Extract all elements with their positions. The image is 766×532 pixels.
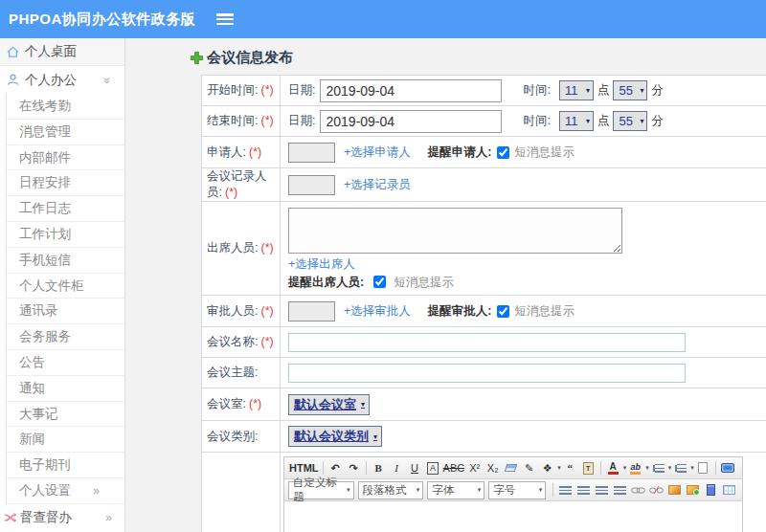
new-page-button[interactable]	[695, 459, 711, 477]
highlight-color-button[interactable]: ab	[627, 459, 643, 477]
justify-button[interactable]	[612, 481, 628, 499]
superscript-button[interactable]: X²	[466, 459, 483, 477]
start-date-input[interactable]	[320, 79, 502, 102]
meeting-form: 开始时间:(*) 日期: 时间: 11▾ 点 55▾ 分 结束时间:(*) 日期…	[201, 75, 766, 532]
upload-image-button[interactable]	[685, 481, 701, 499]
insert-image-button[interactable]	[666, 481, 683, 499]
approver-input[interactable]	[288, 301, 335, 321]
dropdown-arrow-icon[interactable]: ▾	[690, 464, 694, 472]
meeting-category-select[interactable]: 默认会议类别▾	[288, 426, 382, 447]
sidebar-item-personal-settings[interactable]: 个人设置 »	[7, 478, 124, 504]
dropdown-arrow-icon: ▾	[373, 432, 377, 441]
paste-text-button[interactable]: T	[580, 459, 597, 477]
strikethrough-button[interactable]: ABC	[443, 459, 465, 477]
sidebar-item-conference-services[interactable]: 会务服务	[7, 324, 124, 350]
attendees-textarea[interactable]	[288, 208, 622, 254]
align-right-icon	[596, 486, 608, 495]
align-center-button[interactable]	[575, 481, 592, 499]
pick-applicant-link[interactable]: +选择申请人	[344, 144, 411, 161]
sidebar-item-label: 个人桌面	[25, 43, 77, 60]
approver-sms-checkbox[interactable]	[497, 305, 509, 318]
image-add-icon	[687, 485, 699, 495]
remove-format-button[interactable]	[503, 459, 519, 477]
html-source-button[interactable]: HTML	[289, 459, 319, 477]
meeting-name-input[interactable]	[288, 333, 686, 352]
font-family-select[interactable]: 字体▾	[427, 481, 484, 499]
unlink-button[interactable]	[648, 481, 665, 499]
pick-recorder-link[interactable]: +选择记录员	[344, 177, 411, 193]
dropdown-arrow-icon[interactable]: ▾	[557, 464, 561, 472]
sidebar-item-events[interactable]: 大事记	[7, 402, 124, 428]
meeting-subject-label: 会议主题:	[207, 366, 258, 379]
align-left-button[interactable]	[557, 481, 574, 499]
row-attendees: 出席人员:(*) +选择出席人 提醒出席人员: 短消息提示	[202, 202, 766, 296]
paint-format-button[interactable]: ❖	[539, 459, 555, 477]
format-painter-button[interactable]: ✎	[521, 459, 537, 477]
editor-content-area[interactable]	[284, 501, 742, 532]
dropdown-arrow-icon[interactable]: ▾	[668, 464, 672, 472]
sidebar-item-attendance[interactable]: 在线考勤	[7, 94, 124, 120]
heading-style-select[interactable]: 自定义标题▾	[288, 481, 354, 499]
meeting-room-select[interactable]: 默认会议室▾	[288, 394, 370, 415]
pick-attendee-link[interactable]: +选择出席人	[288, 257, 355, 271]
underline-button[interactable]: U	[407, 459, 423, 477]
subscript-button[interactable]: X₂	[484, 459, 501, 477]
sidebar-item-news[interactable]: 新闻	[7, 427, 124, 453]
sidebar-item-file-cabinet[interactable]: 个人文件柜	[7, 274, 124, 299]
dropdown-arrow-icon[interactable]: ▾	[623, 464, 627, 472]
sidebar-item-announcements[interactable]: 公告	[7, 350, 124, 376]
applicant-label: 申请人:	[207, 145, 246, 159]
sidebar-item-schedule[interactable]: 日程安排	[7, 170, 124, 196]
row-applicant: 申请人:(*) +选择申请人 提醒申请人: 短消息提示	[202, 137, 766, 168]
insert-table-button[interactable]	[721, 481, 737, 499]
redo-icon[interactable]: ↷	[346, 459, 362, 477]
add-icon	[190, 51, 204, 65]
char-border-button[interactable]: A	[427, 462, 439, 475]
applicant-input[interactable]	[288, 143, 335, 163]
start-hour-select[interactable]: 11▾	[559, 80, 594, 100]
sidebar-item-desktop[interactable]: 个人桌面	[0, 38, 124, 66]
row-start-time: 开始时间:(*) 日期: 时间: 11▾ 点 55▾ 分	[202, 76, 766, 106]
pick-approver-link[interactable]: +选择审批人	[344, 303, 411, 320]
sidebar-item-contacts[interactable]: 通讯录	[7, 299, 124, 324]
dropdown-arrow-icon: ▾	[347, 486, 350, 494]
italic-button[interactable]: I	[389, 459, 405, 477]
start-minute-select[interactable]: 55▾	[613, 80, 647, 100]
font-size-select[interactable]: 字号▾	[488, 481, 546, 499]
font-color-button[interactable]: A	[605, 459, 621, 477]
dropdown-arrow-icon[interactable]: ▾	[645, 464, 649, 472]
remind-attendees-label: 提醒出席人员:	[288, 276, 364, 289]
bold-button[interactable]: B	[371, 459, 387, 477]
row-meeting-subject: 会议主题:	[202, 358, 766, 388]
blockquote-button[interactable]: “	[562, 459, 578, 477]
end-hour-select[interactable]: 11▾	[559, 111, 594, 131]
attendees-sms-checkbox[interactable]	[373, 276, 386, 288]
monitor-icon	[721, 463, 734, 473]
fullscreen-button[interactable]	[720, 459, 736, 477]
sidebar-item-supervision[interactable]: 督查督办 »	[0, 504, 124, 531]
sidebar-item-notices[interactable]: 通知	[7, 376, 124, 402]
sidebar-item-e-journal[interactable]: 电子期刊	[7, 453, 124, 478]
sidebar-item-work-plan[interactable]: 工作计划	[7, 222, 124, 248]
menu-icon[interactable]	[216, 13, 234, 25]
sidebar-item-work-log[interactable]: 工作日志	[7, 196, 124, 222]
sidebar-item-internal-mail[interactable]: 内部邮件	[7, 145, 124, 171]
end-date-input[interactable]	[320, 110, 502, 133]
insert-media-button[interactable]	[703, 481, 719, 499]
ordered-list-button[interactable]	[650, 459, 666, 477]
attendees-label: 出席人员:	[207, 241, 258, 255]
sidebar-item-messages[interactable]: 消息管理	[7, 120, 124, 145]
top-bar: PHPOA协同办公软件政务版	[0, 0, 766, 38]
align-right-button[interactable]	[594, 481, 610, 499]
unordered-list-button[interactable]	[672, 459, 688, 477]
applicant-sms-checkbox[interactable]	[497, 146, 509, 159]
paragraph-format-select[interactable]: 段落格式▾	[358, 481, 424, 499]
undo-icon[interactable]: ↶	[327, 459, 344, 477]
recorder-input[interactable]	[288, 175, 335, 195]
hour-unit: 点	[597, 113, 610, 129]
sidebar-item-office[interactable]: 个人办公 »	[0, 66, 124, 94]
insert-link-button[interactable]	[630, 481, 646, 499]
end-minute-select[interactable]: 55▾	[613, 111, 647, 131]
sidebar-item-sms[interactable]: 手机短信	[7, 248, 124, 274]
meeting-subject-input[interactable]	[288, 364, 686, 383]
